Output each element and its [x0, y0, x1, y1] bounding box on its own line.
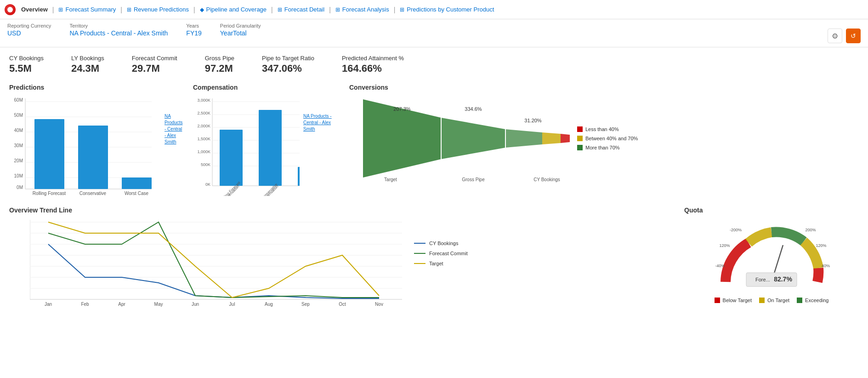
legend-color-green [577, 145, 583, 150]
settings-button[interactable]: ⚙ [828, 29, 842, 43]
forecast-analysis-icon: ⊞ [335, 6, 340, 13]
svg-text:-40%: -40% [715, 263, 725, 268]
kpi-gross-pipe: Gross Pipe 97.2M [205, 55, 234, 74]
svg-text:Feb: Feb [81, 302, 89, 307]
svg-text:30M: 30M [14, 143, 23, 148]
svg-text:Sep: Sep [301, 302, 310, 307]
refresh-button[interactable]: ↺ [846, 29, 861, 43]
conversions-legend: Less than 40% Between 40% and 70% More t… [577, 126, 638, 150]
nav-item-pipeline[interactable]: ◆ Pipeline and Coverage [198, 6, 269, 13]
kpi-predicted-attainment: Predicted Attainment % 164.66% [342, 55, 404, 74]
revenue-predictions-label: Revenue Predictions [134, 6, 189, 13]
nav-item-predictions-customer[interactable]: ⊞ Predictions by Customer Product [398, 6, 496, 13]
currency-value[interactable]: USD [7, 29, 51, 37]
nav-sep-1: | [52, 6, 54, 13]
svg-text:1,500K: 1,500K [197, 137, 210, 141]
nav-item-forecast-analysis[interactable]: ⊞ Forecast Analysis [334, 6, 391, 13]
svg-text:31.20%: 31.20% [524, 118, 542, 123]
currency-filter: Reporting Currency USD [7, 23, 51, 37]
svg-text:82.7%: 82.7% [774, 275, 792, 283]
trend-title: Overview Trend Line [9, 206, 675, 214]
charts-row: Predictions 60M 50M 40M 30M 20M 10M 0M [9, 84, 859, 197]
compensation-series-label[interactable]: NA Products - Central - Alex Smith [303, 113, 340, 132]
svg-rect-36 [220, 130, 243, 186]
trend-legend: CY Bookings Forecast Commit Target [414, 218, 469, 311]
on-target-label: On Target [767, 298, 789, 303]
pipeline-icon: ◆ [200, 6, 204, 13]
svg-text:500K: 500K [201, 162, 210, 167]
trend-legend-cy-label: CY Bookings [429, 241, 458, 246]
predictions-bar-svg: 60M 50M 40M 30M 20M 10M 0M [9, 95, 161, 196]
svg-text:2,500K: 2,500K [197, 111, 210, 115]
svg-marker-47 [441, 118, 505, 159]
pipeline-label: Pipeline and Coverage [206, 6, 267, 13]
years-filter: Years FY19 [186, 23, 201, 37]
kpi-gross-pipe-label: Gross Pipe [205, 55, 234, 62]
svg-text:20M: 20M [14, 158, 23, 163]
predictions-customer-label: Predictions by Customer Product [407, 6, 494, 13]
svg-text:200%: 200% [805, 228, 816, 232]
svg-text:Jun: Jun [192, 302, 199, 307]
years-label: Years [186, 23, 201, 29]
legend-less-40-label: Less than 40% [585, 126, 619, 132]
kpi-row: CY Bookings 5.5M LY Bookings 24.3M Forec… [9, 55, 859, 74]
svg-marker-50 [561, 134, 570, 143]
nav-item-forecast-detail[interactable]: ⊞ Forecast Detail [276, 6, 326, 13]
legend-color-yellow [577, 136, 583, 141]
nav-item-forecast-summary[interactable]: ⊞ Forecast Summary [57, 6, 118, 13]
forecast-detail-label: Forecast Detail [284, 6, 324, 13]
svg-text:207.3%: 207.3% [393, 106, 411, 112]
territory-value[interactable]: NA Products - Central - Alex Smith [69, 29, 168, 37]
svg-text:May: May [154, 302, 163, 307]
target-line-sample [414, 263, 425, 264]
kpi-predicted-attainment-value: 164.66% [342, 63, 404, 74]
nav-sep-4: | [271, 6, 273, 13]
legend-less-40: Less than 40% [577, 126, 638, 132]
compensation-title: Compensation [193, 84, 340, 91]
forecast-detail-icon: ⊞ [278, 6, 282, 13]
svg-text:CY Bookings: CY Bookings [533, 177, 560, 182]
years-value[interactable]: FY19 [186, 29, 201, 37]
predictions-series-label[interactable]: NA Products - Central - Alex Smith [165, 113, 184, 145]
nav-sep-5: | [329, 6, 331, 13]
svg-rect-37 [259, 110, 282, 186]
currency-label: Reporting Currency [7, 23, 51, 29]
kpi-gross-pipe-value: 97.2M [205, 63, 234, 74]
svg-text:40M: 40M [14, 128, 23, 133]
legend-between-40-70: Between 40% and 70% [577, 136, 638, 141]
svg-text:Target: Target [384, 177, 397, 182]
top-navigation: Overview | ⊞ Forecast Summary | ⊞ Revenu… [0, 0, 868, 19]
conversions-title: Conversions [349, 84, 859, 91]
svg-text:Worst Case: Worst Case [125, 191, 148, 196]
kpi-pipe-target-label: Pipe to Target Ratio [262, 55, 314, 62]
quota-below-target: Below Target [715, 298, 752, 303]
svg-rect-17 [122, 178, 152, 189]
svg-text:Apr: Apr [118, 302, 125, 307]
svg-text:3,000K: 3,000K [197, 98, 210, 103]
conversions-funnel-svg: 207.3% 334.6% 31.20% Target Gross Pipe C… [349, 95, 570, 182]
kpi-forecast-commit-value: 29.7M [132, 63, 177, 74]
exceeding-label: Exceeding [805, 298, 828, 303]
exceeding-color [797, 298, 802, 303]
svg-text:-200%: -200% [730, 228, 742, 232]
compensation-bar-svg: 3,000K 2,500K 2,000K 1,500K 1,000K 500K … [193, 95, 300, 196]
svg-text:334.6%: 334.6% [465, 106, 482, 112]
period-filter: Period Granularity YearTotal [220, 23, 261, 37]
nav-item-revenue-predictions[interactable]: ⊞ Revenue Predictions [125, 6, 191, 13]
forecast-analysis-label: Forecast Analysis [342, 6, 389, 13]
svg-text:50M: 50M [14, 113, 23, 118]
bottom-row: Overview Trend Line 7,000K 6,000K 5,000K… [9, 206, 859, 311]
svg-text:2,000K: 2,000K [197, 124, 210, 128]
svg-text:120%: 120% [719, 243, 730, 248]
compensation-chart: Compensation 3,000K 2,500K 2,000K 1,500K… [193, 84, 340, 197]
svg-text:Aug: Aug [265, 302, 273, 307]
territory-label: Territory [69, 23, 168, 29]
trend-legend-target: Target [414, 261, 469, 266]
nav-item-overview[interactable]: Overview [19, 6, 50, 13]
legend-between-label: Between 40% and 70% [585, 136, 638, 141]
territory-filter: Territory NA Products - Central - Alex S… [69, 23, 168, 37]
period-value[interactable]: YearTotal [220, 29, 261, 37]
trend-section: Overview Trend Line 7,000K 6,000K 5,000K… [9, 206, 675, 311]
kpi-pipe-target: Pipe to Target Ratio 347.06% [262, 55, 314, 74]
app-logo [5, 4, 16, 15]
